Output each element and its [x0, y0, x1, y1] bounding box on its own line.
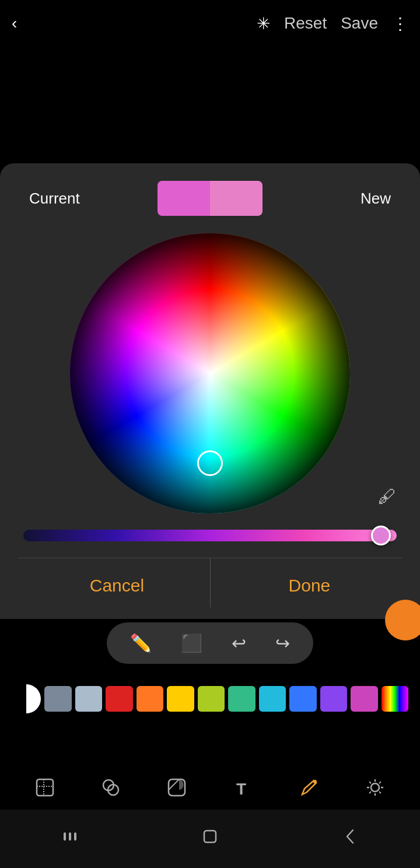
color-swatch-orange[interactable] [136, 686, 164, 712]
text-tool-icon[interactable]: T [233, 777, 254, 798]
hue-slider-track [23, 530, 397, 541]
swatch-new[interactable] [210, 181, 262, 216]
nav-bar [0, 810, 420, 868]
svg-line-17 [379, 792, 381, 793]
cancel-button[interactable]: Cancel [66, 570, 167, 601]
color-swatch-yellow[interactable] [167, 686, 194, 712]
color-swatch-purple[interactable] [320, 686, 348, 712]
hue-slider[interactable] [23, 525, 397, 546]
orange-circle-button[interactable] [385, 600, 420, 640]
color-picker-panel: Current New [0, 163, 420, 619]
reset-button[interactable]: Reset [284, 14, 327, 33]
swatch-current[interactable] [158, 181, 210, 216]
hue-slider-thumb[interactable] [371, 526, 391, 545]
svg-rect-22 [74, 832, 76, 841]
more-options-icon[interactable]: ⋮ [392, 14, 408, 33]
color-wheel-container[interactable]: 🖋 [18, 233, 402, 513]
color-swatch-pink[interactable] [351, 686, 378, 712]
color-dots [44, 686, 408, 712]
eraser-tool-icon[interactable]: ⬛ [181, 633, 202, 653]
svg-point-10 [313, 780, 317, 783]
color-swatches[interactable] [158, 181, 262, 216]
top-bar: ‹ ✳ Reset Save ⋮ [0, 0, 420, 47]
sticker-tool-icon[interactable] [166, 777, 187, 798]
color-swatch-blue[interactable] [289, 686, 317, 712]
nav-menu-icon[interactable] [60, 827, 80, 851]
action-row: Cancel Done [18, 558, 402, 607]
palette-dot [27, 687, 33, 692]
crop-tool-icon[interactable] [34, 777, 55, 798]
new-label: New [360, 190, 391, 208]
svg-line-16 [369, 782, 371, 783]
svg-rect-20 [64, 832, 66, 841]
svg-rect-23 [204, 831, 216, 842]
eyedropper-icon[interactable]: 🖋 [378, 486, 397, 508]
drawing-tools-bar: ✏️ ⬛ ↩ ↪ [107, 622, 313, 664]
done-button[interactable]: Done [265, 570, 354, 601]
save-button[interactable]: Save [341, 14, 378, 33]
color-swatch-cyan[interactable] [259, 686, 286, 712]
nav-back-icon[interactable] [340, 827, 360, 851]
svg-point-11 [371, 783, 379, 792]
color-swatch-red[interactable] [106, 686, 133, 712]
redo-icon[interactable]: ↪ [275, 633, 290, 653]
color-swatch-green[interactable] [228, 686, 256, 712]
filter-tool-icon[interactable] [100, 777, 121, 798]
draw-tool-icon[interactable] [299, 777, 320, 798]
color-swatch-yellow-green[interactable] [198, 686, 225, 712]
adjust-light-icon[interactable] [365, 777, 386, 798]
pencil-tool-icon[interactable]: ✏️ [130, 633, 152, 653]
loading-icon: ✳ [257, 14, 270, 33]
color-picker-dot[interactable] [197, 450, 223, 476]
color-swatch-rainbow[interactable] [382, 686, 409, 712]
nav-home-icon[interactable] [200, 827, 220, 851]
color-palette-bar [0, 681, 420, 716]
svg-rect-3 [37, 779, 53, 796]
current-label: Current [29, 190, 80, 208]
brightness-control[interactable] [12, 684, 41, 713]
color-compare-row: Current New [18, 181, 402, 216]
svg-text:T: T [236, 780, 246, 798]
back-icon[interactable]: ‹ [12, 14, 17, 33]
svg-line-19 [369, 792, 371, 793]
svg-rect-21 [69, 832, 71, 841]
color-wheel[interactable] [70, 233, 350, 513]
svg-line-18 [379, 782, 381, 783]
color-swatch-gray2[interactable] [75, 686, 103, 712]
bottom-toolbar: T [0, 777, 420, 798]
undo-icon[interactable]: ↩ [232, 633, 246, 653]
color-swatch-gray1[interactable] [44, 686, 72, 712]
action-divider [210, 558, 211, 607]
